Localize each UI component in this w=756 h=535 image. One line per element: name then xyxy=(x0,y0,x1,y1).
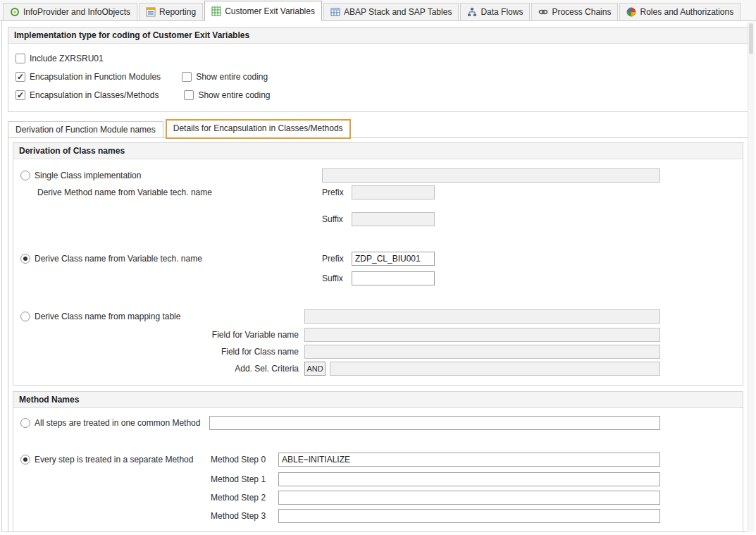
derive-class-suffix-row: Suffix xyxy=(13,271,743,286)
common-method-label: All steps are treated in one common Meth… xyxy=(35,418,200,428)
method-step-3-row: Method Step 3 xyxy=(13,508,743,524)
mapping-table-row: Derive Class name from mapping table xyxy=(13,309,743,324)
method-names-group: Method Names All steps are treated in on… xyxy=(13,391,743,532)
mapping-table-option: Derive Class name from mapping table xyxy=(20,309,180,324)
encapsulation-classes-methods-checkbox[interactable] xyxy=(16,90,25,100)
method-step-1-label: Method Step 1 xyxy=(211,472,266,487)
method-names-body: All steps are treated in one common Meth… xyxy=(13,408,743,532)
sub-tabbar: Derivation of Function Module names Deta… xyxy=(8,118,748,137)
include-zxrsru01-row: Include ZXRSRU01 xyxy=(16,49,740,68)
vertical-scrollbar-thumb[interactable] xyxy=(749,23,753,54)
derivation-of-class-names-body: Single Class implementation Derive Metho… xyxy=(13,159,743,385)
derive-class-prefix-row: Derive Class name from Variable tech. na… xyxy=(13,251,743,266)
tab-customer-exit-variables[interactable]: Customer Exit Variables xyxy=(204,1,322,21)
show-entire-coding-fm-checkbox[interactable] xyxy=(182,72,192,82)
method-step-2-wrap xyxy=(278,490,660,505)
derive-method-prefix-input[interactable] xyxy=(352,185,435,199)
method-step-2-input[interactable] xyxy=(278,491,660,505)
derive-class-prefix-input[interactable] xyxy=(352,252,435,266)
tab-abap-stack-and-sap-tables[interactable]: ABAP Stack and SAP Tables xyxy=(323,3,459,20)
show-entire-coding-cm-label: Show entire coding xyxy=(198,90,270,100)
encapsulation-function-modules-row: Encapsulation in Function Modules Show e… xyxy=(16,68,740,86)
derive-class-suffix-input[interactable] xyxy=(352,271,435,285)
derive-class-suffix-label: Suffix xyxy=(322,273,347,283)
process-chains-icon xyxy=(538,7,548,17)
mapping-table-input[interactable] xyxy=(304,309,660,324)
include-zxrsru01-label: Include ZXRSRU01 xyxy=(30,54,104,63)
single-class-row: Single Class implementation xyxy=(13,168,743,183)
method-step-0-wrap xyxy=(278,452,660,467)
encapsulation-function-modules-checkbox[interactable] xyxy=(16,72,25,82)
show-entire-coding-fm-label: Show entire coding xyxy=(196,72,268,82)
add-sel-criteria-operator-wrap: AND xyxy=(304,361,326,376)
derive-class-option: Derive Class name from Variable tech. na… xyxy=(20,251,202,266)
field-for-class-name-wrap xyxy=(304,344,660,359)
show-entire-coding-cm-checkbox[interactable] xyxy=(184,90,194,100)
field-for-variable-name-input[interactable] xyxy=(304,328,660,342)
encapsulation-classes-methods-label: Encapsulation in Classes/Methods xyxy=(30,90,159,100)
single-class-name-input[interactable] xyxy=(322,168,660,183)
single-class-radio[interactable] xyxy=(20,171,30,180)
mapping-table-radio[interactable] xyxy=(20,312,30,321)
method-step-2-row: Method Step 2 xyxy=(13,490,743,505)
common-method-row: All steps are treated in one common Meth… xyxy=(13,415,743,431)
method-step-3-wrap xyxy=(278,508,660,524)
common-method-input[interactable] xyxy=(209,416,660,430)
subtab-details-for-encapsulation-in-classes-methods[interactable]: Details for Encapsulation in Classes/Met… xyxy=(166,119,351,139)
derive-method-prefix-row: Derive Method name from Variable tech. n… xyxy=(13,185,743,200)
derive-method-suffix-wrap: Suffix xyxy=(322,211,435,227)
derive-class-radio[interactable] xyxy=(20,254,30,264)
field-for-class-name-input[interactable] xyxy=(304,345,660,359)
derive-method-suffix-row: Suffix xyxy=(13,211,743,227)
add-sel-criteria-row: Add. Sel. Criteria AND xyxy=(13,361,743,376)
reporting-icon xyxy=(146,7,156,17)
customer-exit-variables-icon xyxy=(211,6,221,16)
separate-method-option: Every step is treated in a separate Meth… xyxy=(20,452,193,467)
method-step-3-label: Method Step 3 xyxy=(211,508,266,524)
tab-label: ABAP Stack and SAP Tables xyxy=(344,7,452,17)
method-step-0-label: Method Step 0 xyxy=(211,452,266,467)
include-zxrsru01-checkbox[interactable] xyxy=(16,54,25,63)
tab-data-flows[interactable]: Data Flows xyxy=(460,3,530,20)
mapping-table-label: Derive Class name from mapping table xyxy=(35,312,180,321)
common-method-radio[interactable] xyxy=(20,418,30,428)
derive-class-label: Derive Class name from Variable tech. na… xyxy=(35,254,202,264)
separate-method-radio[interactable] xyxy=(20,455,30,465)
show-entire-coding-fm-pair: Show entire coding xyxy=(182,72,268,82)
derivation-of-class-names-group: Derivation of Class names Single Class i… xyxy=(13,142,743,386)
field-for-variable-name-wrap xyxy=(304,327,660,343)
derive-method-suffix-input[interactable] xyxy=(352,212,435,226)
field-for-variable-name-label: Field for Variable name xyxy=(20,327,299,343)
add-sel-criteria-wrap xyxy=(330,361,660,376)
method-step-2-label: Method Step 2 xyxy=(211,490,266,505)
derive-method-prefix-label: Prefix xyxy=(322,187,347,197)
tab-infoprovider-and-infoobjects[interactable]: InfoProvider and InfoObjects xyxy=(3,3,137,20)
roles-authorizations-icon xyxy=(626,7,636,17)
separate-method-label: Every step is treated in a separate Meth… xyxy=(35,455,193,465)
tab-reporting[interactable]: Reporting xyxy=(139,3,203,20)
tab-roles-and-authorizations[interactable]: Roles and Authorizations xyxy=(619,3,740,20)
method-step-0-input[interactable] xyxy=(278,453,660,467)
subtab-derivation-of-function-module-names[interactable]: Derivation of Function Module names xyxy=(8,121,163,137)
add-sel-criteria-input[interactable] xyxy=(330,362,660,376)
vertical-scrollbar[interactable] xyxy=(748,22,755,532)
derive-class-prefix-wrap: Prefix xyxy=(322,251,435,266)
tab-label: Process Chains xyxy=(552,7,611,17)
add-sel-criteria-label: Add. Sel. Criteria xyxy=(20,361,299,376)
tab-label: Reporting xyxy=(159,7,196,17)
method-step-1-input[interactable] xyxy=(278,472,660,486)
method-step-3-input[interactable] xyxy=(278,509,660,523)
single-class-option: Single Class implementation xyxy=(20,168,141,183)
single-class-label: Single Class implementation xyxy=(35,171,141,180)
derive-method-prefix-wrap: Prefix xyxy=(322,185,435,200)
method-step-1-wrap xyxy=(278,472,660,487)
encapsulation-function-modules-label: Encapsulation in Function Modules xyxy=(30,72,161,82)
data-flows-icon xyxy=(467,7,477,17)
derivation-of-class-names-header: Derivation of Class names xyxy=(13,143,743,159)
infoprovider-icon xyxy=(10,7,20,17)
method-step-1-row: Method Step 1 xyxy=(13,472,743,487)
derive-class-prefix-label: Prefix xyxy=(322,254,347,264)
add-sel-criteria-operator[interactable]: AND xyxy=(304,362,326,376)
common-method-field-wrap xyxy=(209,415,660,431)
tab-process-chains[interactable]: Process Chains xyxy=(531,3,618,20)
